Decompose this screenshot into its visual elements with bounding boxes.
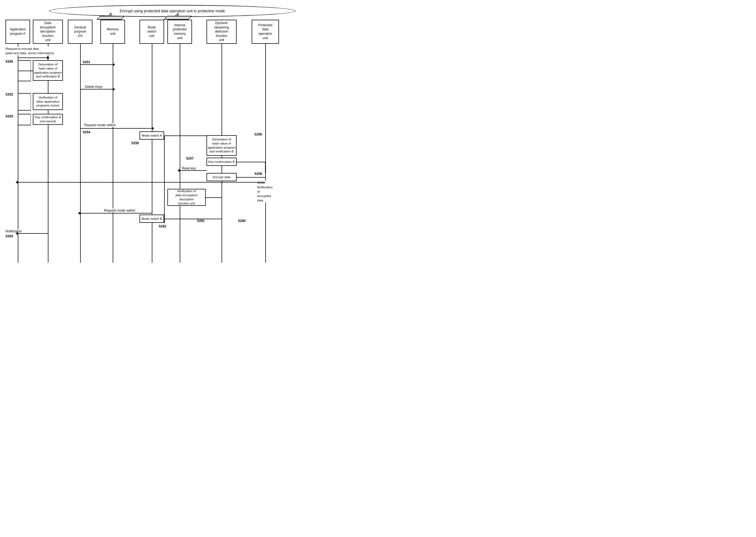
process-encrypt-data: Encrypt data xyxy=(207,173,237,181)
hline-s252-bot xyxy=(18,110,31,110)
hline-verify-dec-to-dtdf xyxy=(206,197,222,198)
process-verify-other: Verification ofother applicationprograms… xyxy=(33,93,63,110)
vline-s252-bracket xyxy=(31,93,31,110)
top-ellipse-label: Encrypt using protected data operation u… xyxy=(120,9,225,13)
component-os: GeneralpurposeOS xyxy=(68,20,93,44)
process-mode-switch-a: Mode switch A xyxy=(139,131,164,140)
step-s257: S257 xyxy=(186,156,194,160)
arrow-notification xyxy=(18,233,48,234)
component-enc-func: Dataencryption/decryptionfunctionunit xyxy=(33,20,63,44)
hline-mode-sw-b-intmem xyxy=(164,219,180,219)
notification-label: Notification xyxy=(6,229,21,233)
memory-unit-top xyxy=(96,16,125,20)
vline-key-conf-b-right xyxy=(265,162,266,173)
component-mode-switch: Modeswitchunit xyxy=(139,20,164,44)
vline-s250-bracket xyxy=(31,60,31,81)
component-pdou: Protecteddataoperationunit xyxy=(252,20,279,44)
hline-mode-sw-a-right xyxy=(164,136,207,136)
s259-notification-label: S259Notificationofencrypteddata xyxy=(257,181,273,203)
step-s255: S255 xyxy=(131,141,139,145)
arrow-req-mode-sw-2 xyxy=(80,213,152,214)
process-mode-switch-b: Mode switch B xyxy=(139,215,164,223)
hline-mode-sw-b-dtdf xyxy=(180,219,222,219)
hline-s250-bot xyxy=(18,81,31,81)
component-memory: Memoryunit xyxy=(100,20,125,44)
process-gen-hash-2: Generation ofhash value ofapplication pr… xyxy=(207,135,237,156)
arrow-notification-encrypted xyxy=(18,182,265,183)
arrow-s251 xyxy=(80,64,113,65)
request-mode-switch-1-label: Request mode switch xyxy=(84,123,116,127)
step-s254: S254 xyxy=(83,130,90,134)
hline-s252-top xyxy=(18,93,31,94)
step-s253: S253 xyxy=(6,114,13,118)
arrow-request-encrypt xyxy=(18,58,47,58)
top-ellipse: Encrypt using protected data operation u… xyxy=(49,5,295,17)
hline-s253-bot xyxy=(18,125,31,125)
step-s261: S261 xyxy=(197,219,205,223)
hline-s250-top xyxy=(18,60,31,61)
int-mem-top xyxy=(164,16,192,20)
vline-mem xyxy=(113,44,113,263)
request-mode-switch-2-label: Request mode switch xyxy=(104,209,135,212)
step-s252: S252 xyxy=(6,93,13,96)
component-int-mem: Internalprotectedmemoryunit xyxy=(168,20,192,44)
read-key-label: Read key xyxy=(182,166,196,170)
vline-intmem xyxy=(180,44,180,263)
step-s250: S250 xyxy=(6,60,13,63)
hline-s253-top xyxy=(18,114,31,114)
vline-mode-sw-a-right xyxy=(164,136,165,223)
delete-keys-label: Delete Keys xyxy=(85,85,102,89)
step-s263: S263 xyxy=(6,234,13,238)
process-gen-hash-1: Generation ofhash value ofapplication pr… xyxy=(33,60,63,81)
vline-s253-bracket xyxy=(31,114,31,125)
component-dtdf: Dynamictamperingdetectionfunctionunit xyxy=(207,20,237,44)
process-verify-dec: Verification ofdata encryption/decryptio… xyxy=(168,189,206,206)
diagram-container: Encrypt using protected data operation u… xyxy=(0,0,378,268)
vline-os xyxy=(80,44,81,263)
process-key-confirm-a: Key confirmation A(not stored) xyxy=(33,114,63,125)
step-s256: S256 xyxy=(254,133,262,136)
step-s262: S262 xyxy=(159,225,166,228)
step-s251: S251 xyxy=(83,60,90,64)
step-s260: S260 xyxy=(238,219,246,223)
arrow-req-mode-sw-1 xyxy=(80,128,152,129)
vline-mode xyxy=(152,44,152,263)
request-encrypt-label: Request to encrypt data(plain text data,… xyxy=(6,47,54,55)
process-key-confirm-b: Key confirmation B xyxy=(207,158,237,166)
component-app: Applicationprogram A xyxy=(6,20,30,44)
step-s258: S258 xyxy=(254,172,262,176)
hline-encrypt-data-right xyxy=(237,177,265,178)
vline-pdou xyxy=(265,44,266,263)
arrow-read-key xyxy=(180,170,207,171)
arrow-delete-keys xyxy=(80,89,113,90)
hline-key-conf-b-right xyxy=(237,162,265,162)
